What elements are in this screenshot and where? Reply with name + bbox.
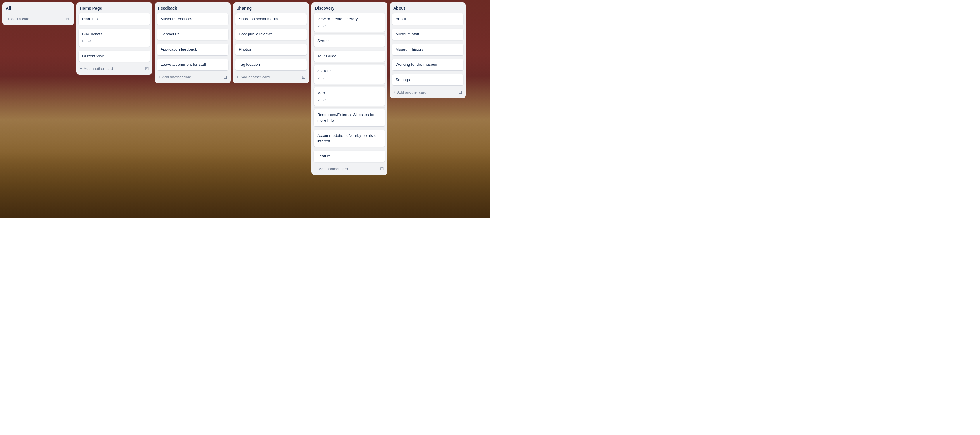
card-c22[interactable]: Museum history [392,44,463,55]
card-text-c24: Settings [396,78,410,82]
card-text-c2: Buy Tickets [82,32,102,36]
card-c15[interactable]: 3D Tour☑0/1 [314,65,385,84]
card-c9[interactable]: Post public reviews [235,29,307,40]
add-another-card-button-home-page[interactable]: +Add another card [79,65,114,72]
archive-button-sharing[interactable]: ⊡ [301,73,307,81]
card-c14[interactable]: Tour Guide [314,51,385,62]
card-text-c9: Post public reviews [239,32,273,36]
column-header-all: All··· [2,2,74,13]
card-divider [392,57,463,57]
card-c24[interactable]: Settings [392,74,463,86]
add-card-button-all[interactable]: +Add a card [6,16,31,22]
card-c13[interactable]: Search [314,35,385,47]
archive-button-discovery[interactable]: ⊡ [379,165,385,173]
card-c21[interactable]: Museum staff [392,29,463,40]
column-all: All···+Add a card⊡ [2,2,74,25]
card-text-c12: View or create Itinerary [317,17,358,21]
column-sharing: Sharing···Share on social mediaPost publ… [233,2,309,83]
archive-button-home-page[interactable]: ⊡ [144,65,150,72]
column-menu-button-home-page[interactable]: ··· [143,5,149,11]
card-c10[interactable]: Photos [235,44,307,55]
card-divider [235,42,307,42]
column-about: About···AboutMuseum staffMuseum historyW… [390,2,466,98]
column-header-about: About··· [390,2,466,13]
card-text-c17: Resources/External Websites for more Inf… [317,113,374,122]
add-card-row-feedback: +Add another card⊡ [155,72,231,83]
card-c20[interactable]: About [392,13,463,25]
column-header-sharing: Sharing··· [233,2,309,13]
card-text-c19: Feature [317,154,331,158]
card-text-c23: Working for the museum [396,62,439,67]
card-text-c1: Plan Trip [82,17,98,21]
card-text-c4: Museum feedback [161,17,192,21]
card-meta-text-c2: 0/3 [86,39,91,43]
column-title-sharing: Sharing [237,6,299,11]
card-divider [157,42,228,42]
card-c5[interactable]: Contact us [157,29,228,40]
add-card-row-sharing: +Add another card⊡ [233,72,309,83]
plus-icon: + [80,67,82,71]
archive-button-feedback[interactable]: ⊡ [222,73,228,81]
card-text-c18: Accommodations/Nearby points-of-interest [317,133,379,143]
card-c17[interactable]: Resources/External Websites for more Inf… [314,110,385,126]
column-home-page: Home Page···Plan TripBuy Tickets☑0/3Curr… [76,2,152,75]
card-meta-c2: ☑0/3 [82,39,146,44]
column-title-feedback: Feedback [158,6,221,11]
card-text-c11: Tag location [239,62,260,67]
card-c19[interactable]: Feature [314,151,385,162]
column-header-home-page: Home Page··· [76,2,152,13]
add-another-card-button-discovery[interactable]: +Add another card [314,165,349,172]
checklist-icon-c16: ☑ [317,98,320,103]
column-header-discovery: Discovery··· [311,2,387,13]
card-meta-c15: ☑0/1 [317,76,382,81]
card-meta-c12: ☑0/2 [317,24,382,29]
card-c1[interactable]: Plan Trip [79,13,150,25]
cards-area-feedback: Museum feedbackContact usApplication fee… [155,13,231,72]
card-divider [235,27,307,27]
card-divider [314,64,385,64]
add-card-row-all: +Add a card⊡ [2,13,74,25]
card-c6[interactable]: Application feedback [157,44,228,55]
checklist-icon-c2: ☑ [82,39,85,44]
archive-button-all[interactable]: ⊡ [65,15,70,22]
card-c16[interactable]: Map☑0/2 [314,87,385,106]
column-title-discovery: Discovery [315,6,378,11]
plus-icon: + [315,167,317,171]
add-card-row-home-page: +Add another card⊡ [76,64,152,75]
card-divider [235,57,307,57]
add-another-card-button-sharing[interactable]: +Add another card [235,74,271,80]
card-c18[interactable]: Accommodations/Nearby points-of-interest [314,130,385,147]
cards-area-about: AboutMuseum staffMuseum historyWorking f… [390,13,466,87]
card-divider [157,27,228,27]
card-c7[interactable]: Leave a comment for staff [157,59,228,70]
card-text-c6: Application feedback [161,47,197,51]
plus-icon: + [237,75,239,79]
card-c8[interactable]: Share on social media [235,13,307,25]
column-menu-button-feedback[interactable]: ··· [221,5,227,11]
column-menu-button-sharing[interactable]: ··· [299,5,305,11]
card-divider [392,27,463,27]
add-another-card-button-feedback[interactable]: +Add another card [157,74,192,80]
add-another-card-label-about: Add another card [397,90,426,94]
add-another-card-label-home-page: Add another card [84,67,113,71]
card-c12[interactable]: View or create Itinerary☑0/2 [314,13,385,32]
column-title-about: About [393,6,456,11]
add-card-label-all: Add a card [11,17,30,21]
checklist-icon-c15: ☑ [317,76,320,81]
column-menu-button-discovery[interactable]: ··· [378,5,384,11]
card-c2[interactable]: Buy Tickets☑0/3 [79,29,150,47]
add-another-card-button-about[interactable]: +Add another card [392,89,428,95]
column-menu-button-all[interactable]: ··· [64,5,70,11]
card-c23[interactable]: Working for the museum [392,59,463,70]
card-text-c22: Museum history [396,47,423,51]
add-another-card-label-feedback: Add another card [162,75,191,79]
column-menu-button-about[interactable]: ··· [456,5,462,11]
cards-area-home-page: Plan TripBuy Tickets☑0/3Current Visit [76,13,152,64]
card-c3[interactable]: Current Visit [79,51,150,62]
archive-button-about[interactable]: ⊡ [457,88,463,96]
card-text-c7: Leave a comment for staff [161,62,206,67]
card-text-c16: Map [317,90,325,95]
card-text-c15: 3D Tour [317,69,331,73]
card-c11[interactable]: Tag location [235,59,307,70]
card-c4[interactable]: Museum feedback [157,13,228,25]
